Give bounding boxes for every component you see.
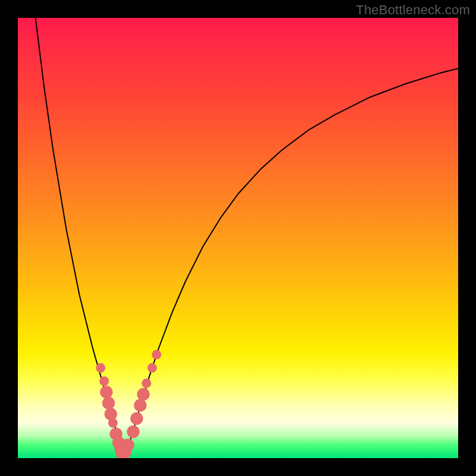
- bottleneck-curve-path: [36, 18, 458, 456]
- curve-marker: [127, 425, 139, 438]
- curve-marker: [96, 363, 105, 372]
- curve-marker: [130, 412, 143, 425]
- curve-marker: [148, 363, 157, 372]
- curve-marker: [137, 388, 149, 400]
- curve-marker: [102, 397, 115, 409]
- watermark-text: TheBottleneck.com: [356, 2, 470, 18]
- plot-area: [18, 18, 458, 458]
- bottleneck-curve-svg: [18, 18, 458, 458]
- curve-marker: [142, 378, 151, 388]
- curve-marker: [152, 350, 161, 359]
- chart-frame: TheBottleneck.com: [0, 0, 476, 476]
- curve-marker: [104, 408, 117, 420]
- curve-marker: [108, 418, 118, 428]
- curve-marker: [121, 439, 134, 451]
- curve-marker: [134, 399, 146, 412]
- curve-marker: [99, 377, 109, 386]
- curve-marker: [100, 386, 112, 398]
- curve-markers: [96, 350, 161, 458]
